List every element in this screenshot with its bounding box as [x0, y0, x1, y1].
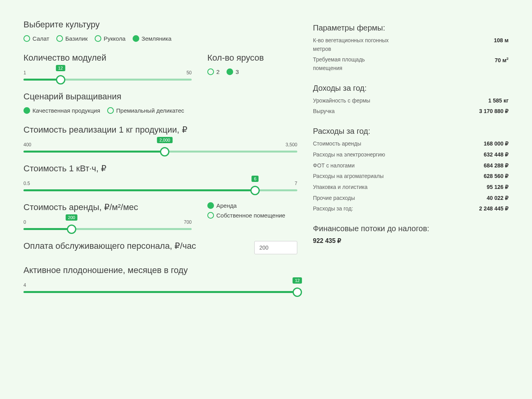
rent-radio-0[interactable]: Аренда	[207, 202, 297, 209]
slider-value-badge: 12	[56, 65, 65, 71]
row-label: Упаковка и логистика	[313, 183, 391, 192]
tiers-radio-1[interactable]: 3	[226, 68, 239, 75]
slider-value-badge: 6	[252, 176, 259, 182]
tiers-radio-0[interactable]: 2	[207, 68, 219, 75]
radio-icon	[133, 35, 139, 42]
culture-section: Выберите культуру СалатБазиликРукколаЗем…	[23, 20, 297, 42]
farm-params-heading: Параметры фермы:	[313, 23, 509, 32]
radio-icon	[226, 68, 233, 75]
slider-min-label: 400	[23, 142, 31, 147]
scenario-heading: Сценарий выращивания	[23, 92, 297, 102]
price-kg-section: Стоимость реализации 1 кг продукции, ₽ 4…	[23, 125, 297, 153]
radio-icon	[107, 107, 114, 114]
row-label: Расходы за год:	[313, 205, 391, 213]
kwh-slider[interactable]: 0.576	[23, 181, 297, 191]
slider-thumb[interactable]	[67, 225, 76, 234]
slider-thumb[interactable]	[293, 288, 302, 297]
row-label: Выручка	[313, 107, 391, 116]
radio-icon	[207, 202, 214, 209]
radio-label: Земляника	[142, 35, 172, 42]
row-value: 3 170 880 ₽	[479, 107, 509, 116]
slider-track[interactable]: 12	[23, 79, 192, 81]
row-label: Требуемая площадь помещения	[313, 56, 391, 72]
rent-slider[interactable]: 0700200	[23, 219, 192, 230]
radio-icon	[23, 35, 30, 42]
staff-section: Оплата обслуживающего персонала, ₽/час	[23, 241, 297, 254]
rent-heading: Стоимость аренды, ₽/м²/мес	[23, 202, 192, 212]
row-value: 1 585 кг	[488, 97, 509, 105]
fruiting-slider[interactable]: 412	[23, 282, 297, 293]
culture-radio-0[interactable]: Салат	[23, 35, 49, 42]
row-label: Расходы на агроматериалы	[313, 172, 391, 181]
radio-icon	[95, 35, 101, 42]
slider-track[interactable]: 2,000	[23, 151, 297, 153]
radio-icon	[23, 107, 30, 114]
rent-section: Стоимость аренды, ₽/м²/мес 0700200 Аренд…	[23, 202, 297, 230]
slider-thumb[interactable]	[56, 75, 65, 84]
slider-max-label: 3,500	[286, 142, 297, 147]
radio-label: Собственное помещение	[216, 212, 285, 219]
row-label: Прочие расходы	[313, 194, 391, 203]
slider-fill	[23, 79, 61, 81]
rent-radio-1[interactable]: Собственное помещение	[207, 212, 297, 219]
slider-fill	[23, 151, 165, 153]
slider-thumb[interactable]	[160, 147, 169, 156]
slider-max-label: 700	[184, 219, 192, 225]
scenario-section: Сценарий выращивания Качественная продук…	[23, 92, 297, 114]
row-label: К-во вегетационных погонных метров	[313, 36, 391, 53]
modules-tiers-section: Количество модулей 15012 Кол-во ярусов 2…	[23, 53, 297, 81]
fruiting-section: Активное плодоношение, месяцев в году 41…	[23, 265, 297, 293]
slider-fill	[23, 189, 255, 191]
expenses-row-1: Расходы на электроэнергию632 448 ₽	[313, 151, 509, 159]
row-value: 108 м	[494, 36, 509, 53]
culture-radio-2[interactable]: Руккола	[95, 35, 126, 42]
tiers-radio-group: 23	[207, 68, 297, 75]
culture-radio-3[interactable]: Земляника	[133, 35, 172, 42]
culture-radio-1[interactable]: Базилик	[56, 35, 88, 42]
income-heading: Доходы за год:	[313, 84, 509, 93]
radio-icon	[56, 35, 63, 42]
row-value: 168 000 ₽	[484, 140, 509, 148]
slider-thumb[interactable]	[250, 186, 260, 195]
slider-track[interactable]: 200	[23, 228, 192, 230]
radio-label: 2	[216, 68, 219, 75]
radio-label: Руккола	[104, 35, 126, 42]
slider-fill	[23, 228, 72, 230]
modules-heading: Количество модулей	[23, 53, 192, 63]
slider-min-label: 1	[23, 70, 26, 75]
slider-fill	[23, 291, 297, 293]
row-value: 95 126 ₽	[487, 183, 509, 192]
slider-track[interactable]: 12	[23, 291, 297, 293]
price-kg-heading: Стоимость реализации 1 кг продукции, ₽	[23, 125, 297, 135]
row-value: 684 288 ₽	[484, 162, 509, 170]
cashflow-value: 922 435 ₽	[313, 237, 509, 244]
expenses-row-3: Расходы на агроматериалы628 560 ₽	[313, 172, 509, 181]
scenario-radio-0[interactable]: Качественная продукция	[23, 107, 100, 114]
income-row-0: Урожайность с фермы1 585 кг	[313, 97, 509, 105]
expenses-row-6: Расходы за год:2 248 445 ₽	[313, 205, 509, 213]
modules-slider[interactable]: 15012	[23, 70, 192, 81]
slider-value-badge: 2,000	[157, 137, 173, 143]
radio-label: Салат	[32, 35, 49, 42]
scenario-radio-group: Качественная продукцияПремиальный делика…	[23, 107, 297, 114]
slider-track[interactable]: 6	[23, 189, 297, 191]
expenses-row-4: Упаковка и логистика95 126 ₽	[313, 183, 509, 192]
slider-value-badge: 12	[293, 277, 302, 284]
expenses-row-2: ФОТ с налогами684 288 ₽	[313, 162, 509, 170]
slider-min-label: 4	[23, 282, 26, 288]
slider-min-label: 0.5	[23, 181, 30, 186]
cashflow-heading: Финансовые потоки до налогов:	[313, 224, 509, 233]
farm_params-row-1: Требуемая площадь помещения70 м2	[313, 56, 509, 72]
radio-icon	[207, 212, 214, 219]
price-kg-slider[interactable]: 4003,5002,000	[23, 142, 297, 153]
expenses-heading: Расходы за год:	[313, 127, 509, 136]
scenario-radio-1[interactable]: Премиальный деликатес	[107, 107, 184, 114]
row-value: 628 560 ₽	[484, 172, 509, 181]
kwh-section: Стоимость 1 кВт·ч, ₽ 0.576	[23, 164, 297, 191]
slider-min-label: 0	[23, 219, 26, 225]
income-section: Доходы за год: Урожайность с фермы1 585 …	[313, 84, 509, 116]
radio-label: Качественная продукция	[32, 107, 100, 114]
radio-label: Базилик	[65, 35, 88, 42]
staff-input[interactable]	[254, 241, 297, 254]
tiers-heading: Кол-во ярусов	[207, 53, 297, 63]
